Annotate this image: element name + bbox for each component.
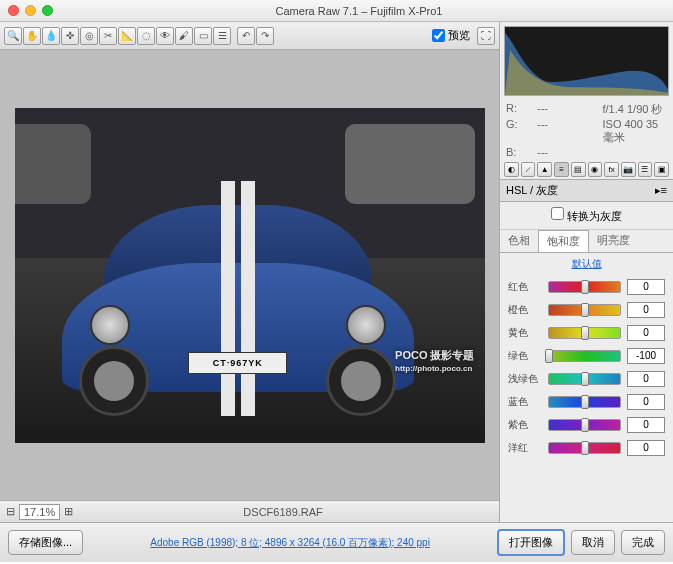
- left-pane: 🔍 ✋ 💧 ✜ ◎ ✂ 📐 ◌ 👁 🖌 ▭ ☰ ↶ ↷ 预览 ⛶: [0, 22, 500, 522]
- sliders-group: 红色0橙色0黄色0绿色-100浅绿色0蓝色0紫色0洋红0: [500, 275, 673, 467]
- slider-value[interactable]: 0: [627, 440, 665, 456]
- redeye-icon[interactable]: 👁: [156, 27, 174, 45]
- spot-removal-icon[interactable]: ◌: [137, 27, 155, 45]
- slider-label: 橙色: [508, 303, 542, 317]
- statusbar: ⊟ 17.1% ⊞ DSCF6189.RAF: [0, 500, 499, 522]
- zoom-tool-icon[interactable]: 🔍: [4, 27, 22, 45]
- tab-detail-icon[interactable]: ▲: [537, 162, 552, 177]
- rotate-ccw-icon[interactable]: ↶: [237, 27, 255, 45]
- slider-track[interactable]: [548, 419, 621, 431]
- license-plate: CT·967YK: [188, 352, 287, 374]
- tab-luminance[interactable]: 明亮度: [589, 230, 638, 252]
- close-icon[interactable]: [8, 5, 19, 16]
- tab-fx-icon[interactable]: fx: [604, 162, 619, 177]
- preview-checkbox[interactable]: [432, 29, 445, 42]
- slider-track[interactable]: [548, 304, 621, 316]
- adjust-brush-icon[interactable]: 🖌: [175, 27, 193, 45]
- color-sampler-icon[interactable]: ✜: [61, 27, 79, 45]
- convert-grayscale[interactable]: 转换为灰度: [500, 202, 673, 230]
- slider-label: 红色: [508, 280, 542, 294]
- slider-value[interactable]: 0: [627, 325, 665, 341]
- slider-track[interactable]: [548, 442, 621, 454]
- grad-filter-icon[interactable]: ▭: [194, 27, 212, 45]
- toolbar: 🔍 ✋ 💧 ✜ ◎ ✂ 📐 ◌ 👁 🖌 ▭ ☰ ↶ ↷ 预览 ⛶: [0, 22, 499, 50]
- straighten-icon[interactable]: 📐: [118, 27, 136, 45]
- slider-value[interactable]: 0: [627, 417, 665, 433]
- tab-curve-icon[interactable]: ⟋: [521, 162, 536, 177]
- white-balance-icon[interactable]: 💧: [42, 27, 60, 45]
- slider-value[interactable]: 0: [627, 371, 665, 387]
- slider-knob[interactable]: [581, 372, 589, 386]
- prefs-icon[interactable]: ☰: [213, 27, 231, 45]
- slider-row: 蓝色0: [508, 394, 665, 410]
- slider-row: 洋红0: [508, 440, 665, 456]
- default-link[interactable]: 默认值: [500, 253, 673, 275]
- slider-row: 红色0: [508, 279, 665, 295]
- slider-track[interactable]: [548, 350, 621, 362]
- slider-knob[interactable]: [581, 418, 589, 432]
- slider-knob[interactable]: [581, 326, 589, 340]
- slider-value[interactable]: 0: [627, 394, 665, 410]
- histogram[interactable]: [504, 26, 669, 96]
- zoom-out-icon[interactable]: ⊟: [6, 505, 15, 518]
- slider-track[interactable]: [548, 327, 621, 339]
- slider-knob[interactable]: [545, 349, 553, 363]
- filename: DSCF6189.RAF: [73, 506, 493, 518]
- slider-label: 洋红: [508, 441, 542, 455]
- crop-tool-icon[interactable]: ✂: [99, 27, 117, 45]
- window-title: Camera Raw 7.1 – Fujifilm X-Pro1: [53, 5, 665, 17]
- panel-menu-icon[interactable]: ▸≡: [655, 184, 667, 197]
- car: CT·967YK: [62, 181, 415, 416]
- slider-label: 浅绿色: [508, 372, 542, 386]
- titlebar: Camera Raw 7.1 – Fujifilm X-Pro1: [0, 0, 673, 22]
- tab-hsl-icon[interactable]: ≡: [554, 162, 569, 177]
- rotate-cw-icon[interactable]: ↷: [256, 27, 274, 45]
- tab-split-icon[interactable]: ▤: [571, 162, 586, 177]
- panel-header: HSL / 灰度▸≡: [500, 180, 673, 202]
- tab-camera-icon[interactable]: 📷: [621, 162, 636, 177]
- open-button[interactable]: 打开图像: [497, 529, 565, 556]
- slider-knob[interactable]: [581, 303, 589, 317]
- slider-knob[interactable]: [581, 395, 589, 409]
- preview-toggle[interactable]: 预览 ⛶: [432, 27, 495, 45]
- slider-value[interactable]: 0: [627, 302, 665, 318]
- hsl-subtabs: 色相 饱和度 明亮度: [500, 230, 673, 253]
- slider-label: 黄色: [508, 326, 542, 340]
- minimize-icon[interactable]: [25, 5, 36, 16]
- slider-row: 绿色-100: [508, 348, 665, 364]
- zoom-in-icon[interactable]: ⊞: [64, 505, 73, 518]
- slider-row: 黄色0: [508, 325, 665, 341]
- slider-knob[interactable]: [581, 280, 589, 294]
- slider-knob[interactable]: [581, 441, 589, 455]
- grayscale-checkbox[interactable]: [551, 207, 564, 220]
- tab-snapshot-icon[interactable]: ▣: [654, 162, 669, 177]
- zoom-icon[interactable]: [42, 5, 53, 16]
- zoom-level[interactable]: 17.1%: [19, 504, 60, 520]
- tab-saturation[interactable]: 饱和度: [538, 230, 589, 252]
- preview-image: CT·967YK POCO 摄影专题http://photo.poco.cn: [15, 108, 485, 443]
- slider-value[interactable]: -100: [627, 348, 665, 364]
- fullscreen-icon[interactable]: ⛶: [477, 27, 495, 45]
- slider-track[interactable]: [548, 373, 621, 385]
- slider-track[interactable]: [548, 281, 621, 293]
- target-adjust-icon[interactable]: ◎: [80, 27, 98, 45]
- slider-track[interactable]: [548, 396, 621, 408]
- slider-value[interactable]: 0: [627, 279, 665, 295]
- slider-label: 绿色: [508, 349, 542, 363]
- tab-preset-icon[interactable]: ☰: [638, 162, 653, 177]
- right-panel: R:---f/1.4 1/90 秒 G:---ISO 400 35 毫米 B:-…: [500, 22, 673, 522]
- panel-tabs: ◐ ⟋ ▲ ≡ ▤ ◉ fx 📷 ☰ ▣: [500, 160, 673, 180]
- done-button[interactable]: 完成: [621, 530, 665, 555]
- image-canvas[interactable]: CT·967YK POCO 摄影专题http://photo.poco.cn: [0, 50, 499, 500]
- workflow-link[interactable]: Adobe RGB (1998); 8 位; 4896 x 3264 (16.0…: [89, 536, 491, 550]
- save-button[interactable]: 存储图像...: [8, 530, 83, 555]
- exif-info: R:---f/1.4 1/90 秒 G:---ISO 400 35 毫米 B:-…: [500, 100, 673, 160]
- slider-row: 紫色0: [508, 417, 665, 433]
- cancel-button[interactable]: 取消: [571, 530, 615, 555]
- footer: 存储图像... Adobe RGB (1998); 8 位; 4896 x 32…: [0, 522, 673, 562]
- tab-basic-icon[interactable]: ◐: [504, 162, 519, 177]
- tab-hue[interactable]: 色相: [500, 230, 538, 252]
- tab-lens-icon[interactable]: ◉: [588, 162, 603, 177]
- window-controls: [8, 5, 53, 16]
- hand-tool-icon[interactable]: ✋: [23, 27, 41, 45]
